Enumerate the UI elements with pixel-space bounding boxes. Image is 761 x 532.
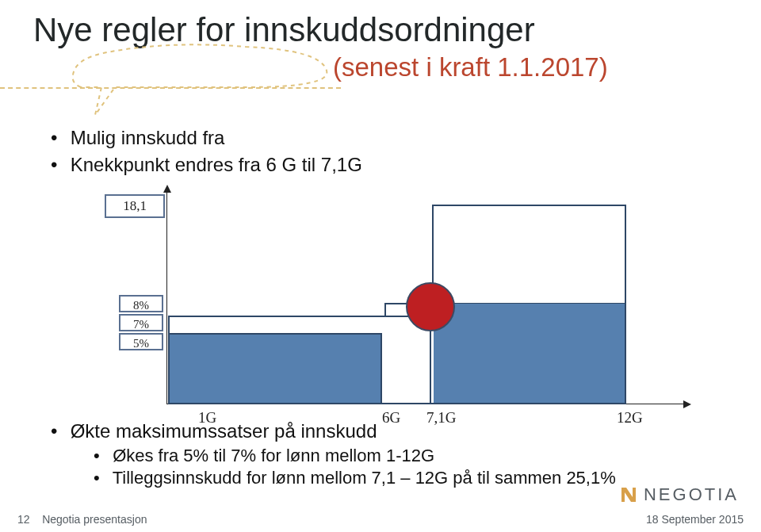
bullet-dot-icon: •	[51, 420, 65, 442]
brand-logo: NEGOTIA	[618, 484, 739, 505]
axis-y	[166, 186, 167, 404]
footer-date: 18 September 2015	[646, 513, 744, 526]
xtick-12g: 12G	[617, 409, 643, 427]
decor-dashed-line	[0, 87, 341, 89]
chart-area: 18,1 8% 7% 5% 1G 6G 7,1G 12G	[119, 198, 674, 404]
bullet-1: • Mulig innskudd fra	[51, 127, 224, 149]
ytick-18-1: 18,1	[105, 194, 165, 218]
bullet-2: • Knekkpunkt endres fra 6 G til 7,1G	[51, 154, 362, 176]
ytick-5: 5%	[119, 333, 163, 350]
slide: Nye regler for innskuddsordninger (senes…	[0, 0, 761, 532]
ytick-8: 8%	[119, 295, 163, 312]
bullet-dot-icon: •	[94, 446, 108, 466]
footer: 12 Negotia presentasjon 18 September 201…	[17, 513, 744, 526]
sub-bullet-1-text: Økes fra 5% til 7% for lønn mellom 1-12G	[113, 446, 434, 465]
speech-bubble-outline	[71, 44, 333, 119]
marker-circle-icon	[406, 282, 455, 331]
xtick-7-1g: 7,1G	[426, 409, 456, 427]
deck-name: Negotia presentasjon	[42, 513, 147, 526]
bullet-dot-icon: •	[51, 127, 65, 149]
bullet-dot-icon: •	[94, 468, 108, 488]
sub-bullet-2-text: Tilleggsinnskudd for lønn mellom 7,1 – 1…	[113, 468, 616, 488]
page-subtitle: (senest i kraft 1.1.2017)	[333, 52, 608, 82]
sub-bullet-2: • Tilleggsinnskudd for lønn mellom 7,1 –…	[94, 468, 616, 488]
page-number: 12	[17, 513, 30, 526]
page-title: Nye regler for innskuddsordninger	[33, 11, 535, 49]
bullet-dot-icon: •	[51, 154, 65, 176]
bullet-3-text: Økte maksimumssatser på innskudd	[71, 420, 377, 442]
sub-bullet-1: • Økes fra 5% til 7% for lønn mellom 1-1…	[94, 446, 434, 466]
xtick-6g: 6G	[382, 409, 400, 427]
bullet-2-text: Knekkpunkt endres fra 6 G til 7,1G	[71, 154, 362, 175]
bullet-3: • Økte maksimumssatser på innskudd	[51, 420, 377, 442]
logo-text: NEGOTIA	[644, 484, 739, 505]
bullet-1-text: Mulig innskudd fra	[71, 127, 225, 148]
ytick-7: 7%	[119, 314, 163, 331]
bar-old-high	[434, 304, 625, 403]
logo-mark-icon	[618, 484, 639, 505]
footer-left: 12 Negotia presentasjon	[17, 513, 147, 526]
bar-old-low	[168, 333, 382, 404]
